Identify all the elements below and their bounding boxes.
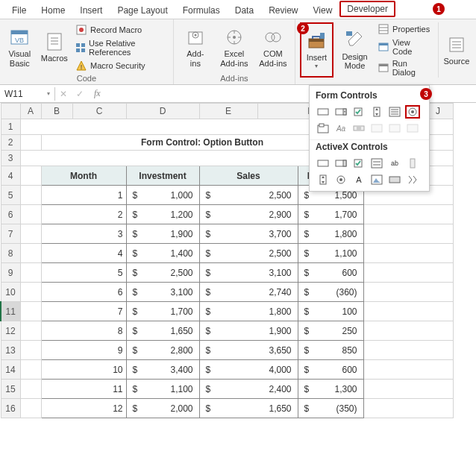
tab-insert[interactable]: Insert: [72, 2, 110, 19]
tab-developer[interactable]: Developer: [339, 1, 395, 17]
record-macro-button[interactable]: Record Macro: [74, 23, 169, 37]
row-header[interactable]: 16: [1, 399, 20, 418]
form-groupbox-icon[interactable]: [316, 122, 331, 135]
cell-profitloss[interactable]: $1,100: [298, 244, 363, 263]
col-header-A[interactable]: A: [20, 104, 41, 119]
row-header[interactable]: 11: [1, 302, 20, 321]
row-header[interactable]: 12: [1, 321, 20, 341]
cell-profitloss[interactable]: $850: [298, 341, 363, 360]
macros-button[interactable]: Macros: [40, 22, 70, 72]
cell-investment[interactable]: $3,400: [126, 360, 199, 380]
cell-month[interactable]: 9: [41, 341, 126, 360]
cell-investment[interactable]: $2,000: [126, 399, 199, 418]
form-label-icon[interactable]: Aa: [333, 122, 348, 135]
name-box[interactable]: W11▾: [0, 87, 55, 101]
cell-sales[interactable]: $1,800: [199, 302, 298, 321]
row-header[interactable]: 2: [1, 135, 20, 151]
tab-file[interactable]: File: [4, 2, 34, 19]
cell-investment[interactable]: $1,100: [126, 380, 199, 399]
col-header-D[interactable]: D: [126, 104, 199, 119]
cell-investment[interactable]: $1,400: [126, 244, 199, 263]
row-header[interactable]: 4: [1, 166, 20, 186]
properties-button[interactable]: Properties: [376, 22, 433, 36]
cell-sales[interactable]: $1,650: [199, 399, 298, 418]
cell-month[interactable]: 5: [41, 263, 126, 283]
form-option-button-icon[interactable]: [405, 105, 420, 119]
excel-addins-button[interactable]: ExcelAdd-ins: [217, 22, 251, 72]
form-checkbox-icon[interactable]: [351, 105, 366, 119]
form-scroll-icon[interactable]: [351, 122, 366, 135]
cell-sales[interactable]: $4,000: [199, 360, 298, 380]
accept-formula-icon[interactable]: ✓: [72, 89, 88, 99]
ax-toggle-icon[interactable]: [387, 173, 402, 186]
cell-investment[interactable]: $3,100: [126, 283, 199, 302]
view-code-button[interactable]: View Code: [376, 37, 433, 57]
ax-scroll-icon[interactable]: [405, 157, 420, 170]
cell-sales[interactable]: $2,900: [199, 205, 298, 224]
cell-month[interactable]: 6: [41, 283, 126, 302]
cell-profitloss[interactable]: $600: [298, 360, 363, 380]
source-button[interactable]: Source: [438, 22, 472, 78]
row-header[interactable]: 1: [1, 119, 20, 135]
form-listbox-icon[interactable]: [387, 105, 402, 119]
cell-sales[interactable]: $2,740: [199, 283, 298, 302]
row-header[interactable]: 6: [1, 205, 20, 224]
ax-more-icon[interactable]: [405, 173, 420, 186]
tab-home[interactable]: Home: [34, 2, 72, 19]
col-header-E[interactable]: E: [199, 104, 257, 119]
cell-profitloss[interactable]: $(350): [298, 399, 363, 418]
cell-sales[interactable]: $2,500: [199, 244, 298, 263]
ax-textbox-icon[interactable]: ab: [387, 157, 402, 170]
row-header[interactable]: 9: [1, 263, 20, 283]
header-month[interactable]: Month: [41, 166, 126, 186]
cell-month[interactable]: 8: [41, 321, 126, 341]
col-header-B[interactable]: B: [41, 104, 72, 119]
design-mode-button[interactable]: DesignMode: [338, 22, 372, 78]
cell-profitloss[interactable]: $1,700: [298, 205, 363, 224]
run-dialog-button[interactable]: Run Dialog: [376, 58, 433, 78]
form-combo-icon[interactable]: [333, 105, 348, 119]
cell-month[interactable]: 4: [41, 244, 126, 263]
macro-security-button[interactable]: !Macro Security: [74, 59, 169, 72]
cell-sales[interactable]: $3,100: [199, 263, 298, 283]
ax-option-icon[interactable]: [333, 173, 348, 186]
cell-profitloss[interactable]: $(360): [298, 283, 363, 302]
cell-investment[interactable]: $1,000: [126, 186, 199, 205]
form-spinner-icon[interactable]: [369, 105, 384, 119]
row-header[interactable]: 3: [1, 151, 20, 166]
select-all-corner[interactable]: [1, 104, 20, 119]
cell-investment[interactable]: $1,700: [126, 302, 199, 321]
cell-profitloss[interactable]: $250: [298, 321, 363, 341]
header-sales[interactable]: Sales: [199, 166, 298, 186]
cell-sales[interactable]: $2,500: [199, 186, 298, 205]
ax-label-icon[interactable]: A: [351, 173, 366, 186]
row-header[interactable]: 13: [1, 341, 20, 360]
cell-investment[interactable]: $1,200: [126, 205, 199, 224]
ax-checkbox-icon[interactable]: [351, 157, 366, 170]
row-header[interactable]: 8: [1, 244, 20, 263]
fx-icon[interactable]: fx: [88, 88, 107, 99]
cell-investment[interactable]: $2,800: [126, 341, 199, 360]
tab-view[interactable]: View: [306, 2, 340, 19]
cell-profitloss[interactable]: $1,300: [298, 380, 363, 399]
row-header[interactable]: 15: [1, 380, 20, 399]
ax-listbox-icon[interactable]: [369, 157, 384, 170]
cell-investment[interactable]: $1,900: [126, 224, 199, 244]
cancel-formula-icon[interactable]: ✕: [55, 89, 72, 99]
cell-sales[interactable]: $3,700: [199, 224, 298, 244]
cell-sales[interactable]: $2,400: [199, 380, 298, 399]
relative-refs-button[interactable]: Use Relative References: [74, 38, 169, 57]
cell-month[interactable]: 10: [41, 360, 126, 380]
ax-spinner-icon[interactable]: [316, 173, 331, 186]
tab-pagelayout[interactable]: Page Layout: [110, 2, 175, 19]
cell-month[interactable]: 11: [41, 380, 126, 399]
visual-basic-button[interactable]: VB VisualBasic: [4, 22, 35, 72]
cell-investment[interactable]: $1,650: [126, 321, 199, 341]
row-header[interactable]: 5: [1, 186, 20, 205]
com-addins-button[interactable]: COMAdd-ins: [256, 22, 290, 72]
cell-sales[interactable]: $1,900: [199, 321, 298, 341]
row-header[interactable]: 14: [1, 360, 20, 380]
cell-sales[interactable]: $3,650: [199, 341, 298, 360]
cell-profitloss[interactable]: $100: [298, 302, 363, 321]
cell-profitloss[interactable]: $1,800: [298, 224, 363, 244]
